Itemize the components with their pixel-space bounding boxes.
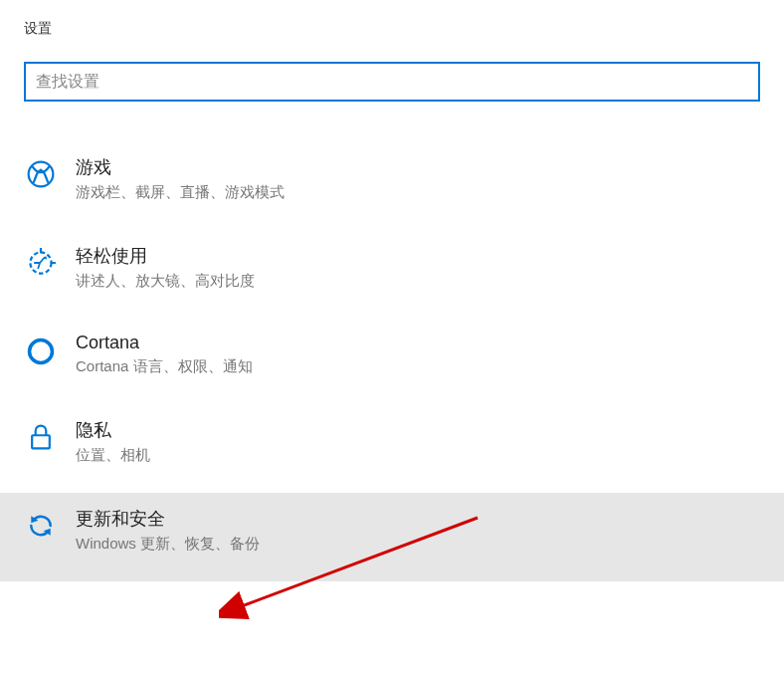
search-input[interactable] [36,73,748,91]
search-box[interactable] [24,62,760,102]
item-desc: 位置、相机 [76,446,150,465]
item-text: Cortana Cortana 语言、权限、通知 [76,333,253,376]
ease-of-access-icon [24,246,58,280]
item-title: 更新和安全 [76,507,260,531]
item-title: 轻松使用 [76,244,255,268]
list-item-gaming[interactable]: 游戏 游戏栏、截屏、直播、游戏模式 [0,141,784,230]
item-desc: Cortana 语言、权限、通知 [76,357,253,376]
header: 设置 [0,0,784,54]
privacy-icon [24,420,58,454]
svg-point-3 [30,340,53,363]
cortana-icon [24,335,58,368]
item-title: 隐私 [76,418,150,442]
xbox-icon [24,157,58,191]
svg-point-0 [29,162,54,187]
list-item-cortana[interactable]: Cortana Cortana 语言、权限、通知 [0,319,784,404]
svg-rect-4 [32,435,50,448]
list-item-privacy[interactable]: 隐私 位置、相机 [0,404,784,493]
item-text: 更新和安全 Windows 更新、恢复、备份 [76,507,260,554]
settings-list: 游戏 游戏栏、截屏、直播、游戏模式 轻松使用 讲述人、放大镜、高对比度 Cort… [0,141,784,581]
list-item-update-security[interactable]: 更新和安全 Windows 更新、恢复、备份 [0,493,784,581]
item-title: 游戏 [76,155,285,179]
item-text: 游戏 游戏栏、截屏、直播、游戏模式 [76,155,285,202]
list-item-ease-of-access[interactable]: 轻松使用 讲述人、放大镜、高对比度 [0,230,784,319]
page-title: 设置 [24,20,760,38]
item-title: Cortana [76,333,253,353]
item-desc: 游戏栏、截屏、直播、游戏模式 [76,183,285,202]
item-text: 隐私 位置、相机 [76,418,150,465]
item-desc: 讲述人、放大镜、高对比度 [76,272,255,291]
item-desc: Windows 更新、恢复、备份 [76,535,260,554]
item-text: 轻松使用 讲述人、放大镜、高对比度 [76,244,255,291]
update-icon [24,509,58,543]
